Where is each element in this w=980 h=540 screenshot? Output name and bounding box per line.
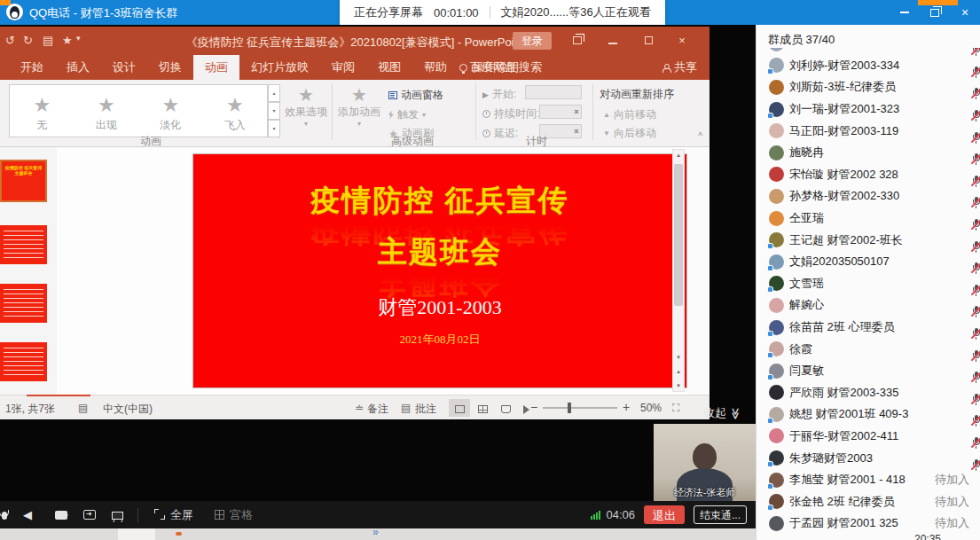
animation-effect-飞入[interactable]: ★飞入	[203, 85, 268, 137]
member-row[interactable]: 马正阳-财管2003-119	[757, 120, 980, 142]
member-row[interactable]: 刘斯茹-3班-纪律委员	[757, 76, 980, 98]
zoom-level[interactable]: 50%	[640, 402, 662, 414]
gallery-scroll[interactable]: ▴ ▾ ▾	[268, 84, 280, 137]
reading-view-button[interactable]	[495, 399, 516, 417]
member-row[interactable]: 姚想 财管2001班 409-3	[757, 403, 980, 426]
tab-动画[interactable]: 动画	[193, 55, 239, 80]
animation-pane-button[interactable]: 动画窗格	[388, 88, 443, 103]
tab-设计[interactable]: 设计	[101, 55, 147, 80]
next-slide-icon[interactable]: ▾	[673, 382, 684, 389]
member-row[interactable]: 朱梦璐财管2003	[757, 447, 980, 469]
zoom-out-icon[interactable]: −	[530, 400, 537, 414]
duration-spinner[interactable]	[539, 105, 582, 119]
comments-toggle[interactable]: 批注	[415, 402, 436, 417]
collapse-ribbon-icon[interactable]: ^	[698, 131, 702, 141]
minimize-button[interactable]	[890, 0, 920, 25]
member-row[interactable]: 宋怡璇 财管2002 328	[757, 164, 980, 186]
member-row[interactable]: 刘一瑞-财管2001-323	[757, 98, 980, 121]
login-button[interactable]: 登录	[513, 32, 552, 50]
member-row[interactable]: 解婉心	[757, 294, 980, 317]
tab-审阅[interactable]: 审阅	[320, 55, 366, 80]
share-button[interactable]: 共享	[662, 55, 697, 80]
slide-thumbnail-2[interactable]	[0, 225, 47, 264]
effect-options-button[interactable]: ★ 效果选项 ▾	[284, 85, 328, 128]
member-row[interactable]: 严欣雨 财管2003-335	[757, 382, 980, 404]
fullscreen-label[interactable]: 全屏	[170, 507, 193, 523]
slide-thumbnail-4[interactable]	[0, 342, 47, 381]
member-row[interactable]	[757, 48, 980, 55]
ppt-minimize-icon[interactable]	[600, 32, 626, 50]
language-status[interactable]: 中文(中国)	[103, 402, 153, 417]
gallery-more-icon[interactable]: ▾	[268, 120, 280, 137]
member-row[interactable]: 李旭莹 财管2001 - 418 待加入	[757, 469, 980, 491]
ribbon-display-icon[interactable]	[564, 32, 591, 50]
close-button[interactable]: ×	[950, 0, 980, 25]
tab-插入[interactable]: 插入	[55, 55, 101, 80]
slide-sorter-view-button[interactable]	[472, 399, 493, 417]
trigger-button[interactable]: 触发 ▾	[388, 107, 426, 122]
exit-button[interactable]: 退出	[644, 505, 685, 524]
tell-me-search[interactable]: 操作说明搜索	[459, 55, 542, 80]
slide-thumbnail-1[interactable]: 疫情防控 征兵宣传主题班会	[0, 160, 47, 202]
speaker-button[interactable]: ◀	[23, 508, 32, 521]
microphone-button[interactable]	[2, 507, 7, 523]
scroll-down-icon[interactable]: ▾	[673, 354, 684, 361]
member-row[interactable]: 于丽华-财管2002-411	[757, 426, 980, 448]
zoom-slider-track[interactable]	[543, 407, 617, 409]
slide-scrollbar[interactable]: ▴ ▾ ▴ ▾	[672, 149, 685, 392]
member-row[interactable]: 文雪瑶	[757, 273, 980, 295]
member-row[interactable]: 文娟202035050107	[757, 251, 980, 273]
member-row[interactable]: 于孟园 财管2001 325 待加入	[757, 513, 980, 534]
normal-view-button[interactable]	[449, 399, 470, 417]
notes-page-icon[interactable]: ▤	[78, 402, 88, 414]
fullscreen-button[interactable]	[154, 507, 165, 523]
star-icon: ★	[98, 96, 115, 115]
previous-slide-icon[interactable]: ▴	[673, 368, 684, 375]
zoom-slider-handle[interactable]	[568, 403, 571, 413]
end-call-button[interactable]: 结束通...	[694, 505, 747, 524]
camera-button[interactable]	[55, 507, 67, 523]
animation-effect-出现[interactable]: ★出现	[74, 85, 139, 137]
move-later-button[interactable]: ▼ 向后移动	[603, 126, 656, 141]
member-row[interactable]: 王记超 财管2002-班长	[757, 229, 980, 251]
slide-thumbnail-3[interactable]	[0, 284, 47, 323]
move-later-label: 向后移动	[614, 126, 656, 141]
tab-开始[interactable]: 开始	[9, 55, 55, 80]
gallery-down-icon[interactable]: ▾	[268, 102, 280, 120]
dropdown-icon: ▾	[304, 120, 308, 128]
zoom-in-icon[interactable]: +	[623, 400, 630, 414]
whiteboard-button[interactable]	[112, 507, 123, 523]
grid-view-button[interactable]	[215, 507, 224, 523]
tab-幻灯片放映[interactable]: 幻灯片放映	[239, 55, 320, 80]
member-row[interactable]: 闫夏敏	[757, 360, 980, 382]
screen-share-button[interactable]	[83, 507, 96, 523]
ppt-maximize-icon[interactable]	[635, 32, 662, 50]
member-row[interactable]: 刘利婷-财管2003-334	[757, 55, 980, 77]
gallery-up-icon[interactable]: ▴	[268, 84, 280, 102]
tab-视图[interactable]: 视图	[366, 55, 412, 80]
start-dropdown[interactable]	[525, 85, 582, 99]
move-earlier-button[interactable]: ▲ 向前移动	[603, 107, 656, 122]
scroll-up-icon[interactable]: ▴	[673, 152, 684, 159]
member-row[interactable]: 徐苗苗 2班 心理委员	[757, 317, 980, 339]
fit-to-window-icon[interactable]: ⛶	[672, 402, 679, 414]
member-row[interactable]: 徐霞	[757, 338, 980, 360]
add-animation-button[interactable]: ★ 添加动画 ▾	[337, 85, 381, 128]
member-name: 刘利婷-财管2003-334	[789, 58, 964, 74]
collapse-video-button[interactable]: 收起 ≫	[703, 404, 756, 422]
member-row[interactable]: 孙梦格-财管2002-330	[757, 185, 980, 207]
tab-帮助[interactable]: 帮助	[412, 55, 459, 80]
current-slide[interactable]: 疫情防控 征兵宣传 疫情防控 征兵宣传 主题班会 主题班会 财管2001-200…	[193, 154, 686, 387]
member-row[interactable]: 仝亚瑞	[757, 207, 980, 230]
video-feed[interactable]: 经济法-张老师	[654, 424, 756, 502]
member-row[interactable]: 施晓冉	[757, 142, 980, 164]
animation-effect-无[interactable]: ★无	[10, 85, 74, 137]
restore-button[interactable]	[920, 0, 950, 25]
grid-view-label[interactable]: 宫格	[230, 507, 253, 523]
notes-toggle[interactable]: 备注	[367, 402, 388, 417]
animation-effect-淡化[interactable]: ★淡化	[138, 85, 203, 137]
tab-切换[interactable]: 切换	[147, 55, 193, 80]
scrollbar-thumb[interactable]	[674, 164, 683, 306]
member-row[interactable]: 张金艳 2班 纪律委员 待加入	[757, 490, 980, 513]
ppt-close-icon[interactable]: ×	[669, 32, 695, 50]
